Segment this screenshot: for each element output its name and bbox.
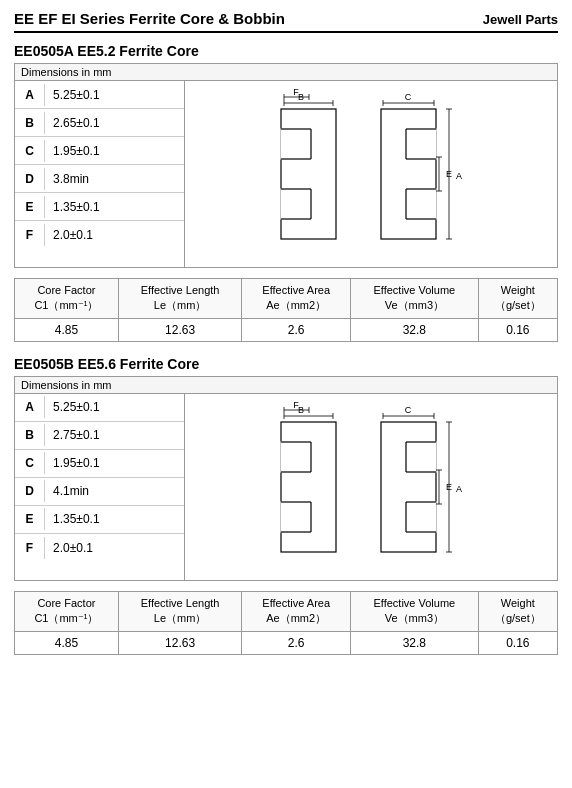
section-2-dim-body: A 5.25±0.1 B 2.75±0.1 C 1.95±0.1 D 4.1mi… [15, 394, 557, 580]
section-2-diagram: B F C E A [185, 394, 557, 580]
dim-label-D1: D [15, 168, 45, 190]
dim-value-A2: 5.25±0.1 [45, 400, 100, 414]
stats-th-w-1: Weight（g/set） [478, 279, 557, 319]
section-1-stats-table: Core FactorC1（mm⁻¹） Effective LengthLe（m… [14, 278, 558, 342]
stats-ev-value-2: 32.8 [351, 631, 479, 654]
svg-text:A: A [456, 171, 462, 181]
dim-row-F2: F 2.0±0.1 [15, 534, 184, 562]
section-2-dim-table: Dimensions in mm A 5.25±0.1 B 2.75±0.1 C… [14, 376, 558, 581]
dim-row-E1: E 1.35±0.1 [15, 193, 184, 221]
stats-el-value-1: 12.63 [118, 318, 242, 341]
dim-row-C2: C 1.95±0.1 [15, 450, 184, 478]
dim-row-D1: D 3.8min [15, 165, 184, 193]
stats-data-row-1: 4.85 12.63 2.6 32.8 0.16 [15, 318, 558, 341]
section-2-dim-rows: A 5.25±0.1 B 2.75±0.1 C 1.95±0.1 D 4.1mi… [15, 394, 185, 580]
stats-ea-value-1: 2.6 [242, 318, 351, 341]
dim-row-A1: A 5.25±0.1 [15, 81, 184, 109]
stats-ea-value-2: 2.6 [242, 631, 351, 654]
dim-label-D2: D [15, 480, 45, 502]
svg-rect-10 [406, 129, 436, 159]
dim-label-B2: B [15, 424, 45, 446]
dim-label-E1: E [15, 196, 45, 218]
dim-label-F1: F [15, 224, 45, 246]
stats-cf-value-1: 4.85 [15, 318, 119, 341]
dim-label-A1: A [15, 84, 45, 106]
svg-text:A: A [456, 484, 462, 494]
page-title: EE EF EI Series Ferrite Core & Bobbin [14, 10, 285, 27]
core-diagram-2: B F C E A [271, 402, 471, 572]
dim-row-B2: B 2.75±0.1 [15, 422, 184, 450]
section-1: EE0505A EE5.2 Ferrite Core Dimensions in… [14, 43, 558, 342]
section-1-diagram: B F C E [185, 81, 557, 267]
dim-row-A2: A 5.25±0.1 [15, 394, 184, 422]
svg-rect-43 [281, 502, 311, 532]
core-diagram-1: B F C E [271, 89, 471, 259]
dim-value-A1: 5.25±0.1 [45, 88, 100, 102]
dim-value-D1: 3.8min [45, 172, 89, 186]
dim-label-B1: B [15, 112, 45, 134]
dim-value-B2: 2.75±0.1 [45, 428, 100, 442]
dim-value-C2: 1.95±0.1 [45, 456, 100, 470]
svg-rect-5 [281, 189, 311, 219]
dim-value-D2: 4.1min [45, 484, 89, 498]
dim-value-F2: 2.0±0.1 [45, 541, 93, 555]
stats-th-cf-1: Core FactorC1（mm⁻¹） [15, 279, 119, 319]
stats-th-w-2: Weight（g/set） [478, 591, 557, 631]
stats-w-value-2: 0.16 [478, 631, 557, 654]
dim-value-E1: 1.35±0.1 [45, 200, 100, 214]
section-2-title: EE0505B EE5.6 Ferrite Core [14, 356, 558, 372]
svg-rect-52 [406, 502, 436, 532]
stats-header-row-2: Core FactorC1（mm⁻¹） Effective LengthLe（m… [15, 591, 558, 631]
section-1-title: EE0505A EE5.2 Ferrite Core [14, 43, 558, 59]
svg-text:C: C [405, 405, 412, 415]
section-2-stats-table: Core FactorC1（mm⁻¹） Effective LengthLe（m… [14, 591, 558, 655]
svg-text:C: C [405, 92, 412, 102]
dim-label-E2: E [15, 508, 45, 530]
stats-th-el-1: Effective LengthLe（mm） [118, 279, 242, 319]
svg-text:F: F [293, 89, 299, 97]
stats-th-ev-1: Effective VolumeVe（mm3） [351, 279, 479, 319]
svg-rect-48 [406, 442, 436, 472]
dim-row-E2: E 1.35±0.1 [15, 506, 184, 534]
page-header: EE EF EI Series Ferrite Core & Bobbin Je… [14, 10, 558, 33]
stats-header-row-1: Core FactorC1（mm⁻¹） Effective LengthLe（m… [15, 279, 558, 319]
section-1-dim-body: A 5.25±0.1 B 2.65±0.1 C 1.95±0.1 D 3.8mi… [15, 81, 557, 267]
stats-ev-value-1: 32.8 [351, 318, 479, 341]
stats-w-value-1: 0.16 [478, 318, 557, 341]
section-2: EE0505B EE5.6 Ferrite Core Dimensions in… [14, 356, 558, 655]
svg-rect-39 [281, 442, 311, 472]
stats-th-ev-2: Effective VolumeVe（mm3） [351, 591, 479, 631]
dim-value-F1: 2.0±0.1 [45, 228, 93, 242]
dim-label-C2: C [15, 452, 45, 474]
section-1-dim-header: Dimensions in mm [15, 64, 557, 81]
stats-th-ea-1: Effective AreaAe（mm2） [242, 279, 351, 319]
dim-row-B1: B 2.65±0.1 [15, 109, 184, 137]
stats-el-value-2: 12.63 [118, 631, 242, 654]
brand-name: Jewell Parts [483, 12, 558, 27]
section-1-dim-rows: A 5.25±0.1 B 2.65±0.1 C 1.95±0.1 D 3.8mi… [15, 81, 185, 267]
dim-row-C1: C 1.95±0.1 [15, 137, 184, 165]
dim-value-B1: 2.65±0.1 [45, 116, 100, 130]
svg-rect-14 [406, 189, 436, 219]
section-2-dim-header: Dimensions in mm [15, 377, 557, 394]
dim-label-C1: C [15, 140, 45, 162]
stats-cf-value-2: 4.85 [15, 631, 119, 654]
svg-text:F: F [293, 402, 299, 410]
dim-row-D2: D 4.1min [15, 478, 184, 506]
dim-value-C1: 1.95±0.1 [45, 144, 100, 158]
dim-label-A2: A [15, 396, 45, 418]
section-1-dim-table: Dimensions in mm A 5.25±0.1 B 2.65±0.1 C… [14, 63, 558, 268]
dim-value-E2: 1.35±0.1 [45, 512, 100, 526]
stats-th-ea-2: Effective AreaAe（mm2） [242, 591, 351, 631]
stats-th-cf-2: Core FactorC1（mm⁻¹） [15, 591, 119, 631]
stats-data-row-2: 4.85 12.63 2.6 32.8 0.16 [15, 631, 558, 654]
dim-label-F2: F [15, 537, 45, 559]
dim-row-F1: F 2.0±0.1 [15, 221, 184, 249]
stats-th-el-2: Effective LengthLe（mm） [118, 591, 242, 631]
svg-rect-1 [281, 129, 311, 159]
